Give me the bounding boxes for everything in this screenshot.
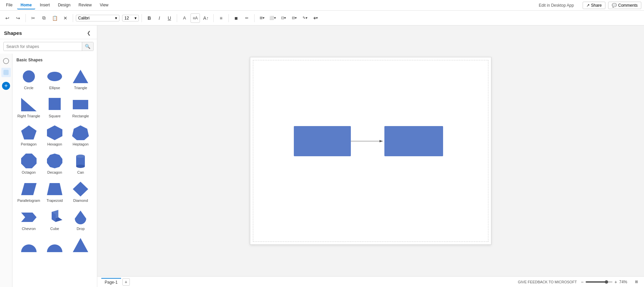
svg-marker-10: [72, 125, 89, 140]
svg-rect-6: [49, 98, 61, 110]
fill-color-button[interactable]: ◼: [231, 13, 241, 23]
bottom-bar: Page-1 + GIVE FEEDBACK TO MICROSOFT − + …: [97, 276, 644, 287]
undo-button[interactable]: ↩: [3, 13, 12, 23]
edit-desktop-link[interactable]: Edit in Desktop App: [535, 2, 577, 9]
font-format-button[interactable]: ≡A: [191, 13, 200, 23]
diagram-rect-2[interactable]: [384, 126, 443, 156]
search-input[interactable]: [4, 43, 82, 51]
shape-half-3[interactable]: [68, 235, 94, 257]
svg-marker-11: [21, 154, 37, 168]
effects-button[interactable]: ◈▾: [311, 13, 320, 23]
svg-point-0: [3, 58, 9, 64]
canvas-container[interactable]: [97, 25, 644, 276]
shape-heptagon[interactable]: Heptagon: [68, 122, 94, 149]
shape-cube[interactable]: Cube: [42, 207, 67, 233]
shape-trapezoid-label: Trapezoid: [47, 198, 63, 203]
shape-drop-label: Drop: [76, 227, 85, 231]
italic-button[interactable]: I: [155, 13, 164, 23]
copy-button[interactable]: ⧉: [39, 13, 49, 23]
shape-diamond[interactable]: Diamond: [68, 178, 94, 205]
shape-decagon-label: Decagon: [47, 170, 62, 174]
connector-arrow: [351, 126, 384, 156]
shape-chevron[interactable]: Chevron: [16, 207, 42, 233]
bold-button[interactable]: B: [145, 13, 154, 23]
menu-view[interactable]: View: [96, 1, 112, 9]
align-button[interactable]: ≡: [216, 13, 226, 23]
menu-file[interactable]: File: [3, 1, 16, 9]
page-tab-1[interactable]: Page-1: [101, 278, 121, 286]
search-button[interactable]: 🔍: [82, 42, 93, 51]
add-page-button[interactable]: +: [122, 278, 130, 286]
shape-ellipse-label: Ellipse: [49, 86, 60, 90]
zoom-slider[interactable]: [586, 281, 612, 283]
menu-design[interactable]: Design: [55, 1, 74, 9]
redo-button[interactable]: ↪: [13, 13, 23, 23]
shape-half-1[interactable]: [16, 235, 42, 257]
line-color-button[interactable]: ✏: [242, 13, 252, 23]
shape-pentagon[interactable]: Pentagon: [16, 122, 42, 149]
text-format-group: B I U: [145, 13, 174, 23]
svg-rect-7: [73, 100, 88, 109]
shape-octagon[interactable]: Octagon: [16, 150, 42, 177]
size-button[interactable]: ⊟▾: [289, 13, 299, 23]
title-bar: File Home Insert Design Review View Edit…: [0, 0, 644, 11]
shape-search-bar[interactable]: 🔍: [3, 42, 94, 51]
feedback-text[interactable]: GIVE FEEDBACK TO MICROSOFT: [518, 280, 577, 284]
collapse-sidebar-button[interactable]: ❮: [85, 29, 93, 37]
shapes-panel: Basic Shapes Circle Ellipse: [12, 54, 97, 287]
main-layout: Shapes ❮ 🔍 + Basic Shapes: [0, 25, 644, 287]
shape-drop[interactable]: Drop: [68, 207, 94, 233]
cut-button[interactable]: ✂: [29, 13, 38, 23]
zoom-in-button[interactable]: +: [614, 279, 617, 285]
share-icon: ↗: [586, 3, 590, 8]
edit-shape-button[interactable]: ✎▾: [300, 13, 310, 23]
canvas-page[interactable]: [250, 57, 491, 245]
svg-marker-9: [47, 125, 62, 140]
group-button[interactable]: ⬜▾: [268, 13, 277, 23]
shapes-icon[interactable]: [1, 56, 11, 66]
arrange-button[interactable]: ⊞▾: [257, 13, 267, 23]
shape-half-2[interactable]: [42, 235, 67, 257]
shape-triangle[interactable]: Triangle: [68, 66, 94, 93]
shape-right-triangle[interactable]: Right Triangle: [16, 94, 42, 121]
comments-button[interactable]: 💬 Comments: [608, 2, 641, 9]
header-actions: ↗ Share 💬 Comments: [583, 2, 641, 9]
shape-can[interactable]: Can: [68, 150, 94, 177]
shape-square[interactable]: Square: [42, 94, 67, 121]
shape-hexagon[interactable]: Hexagon: [42, 122, 67, 149]
menu-review[interactable]: Review: [75, 1, 95, 9]
text-color-button[interactable]: A: [180, 13, 189, 23]
shape-rectangle[interactable]: Rectangle: [68, 94, 94, 121]
shape-circle[interactable]: Circle: [16, 66, 42, 93]
svg-marker-19: [21, 213, 37, 222]
shape-parallelogram-label: Parallelogram: [17, 198, 40, 203]
shape-octagon-label: Octagon: [22, 170, 36, 174]
fit-page-button[interactable]: ⊞: [633, 278, 640, 286]
add-stencil-icon[interactable]: +: [2, 82, 10, 90]
paste-button[interactable]: 📋: [50, 13, 59, 23]
underline-button[interactable]: U: [165, 13, 174, 23]
font-size-selector[interactable]: 12 ▾: [122, 15, 139, 21]
shape-ellipse[interactable]: Ellipse: [42, 66, 67, 93]
shape-trapezoid[interactable]: Trapezoid: [42, 178, 67, 205]
diagram-rect-1[interactable]: [294, 126, 351, 156]
position-button[interactable]: ⊡▾: [279, 13, 288, 23]
sidebar-title: Shapes: [4, 30, 22, 36]
menu-insert[interactable]: Insert: [37, 1, 53, 9]
svg-rect-1: [4, 70, 8, 75]
font-name-selector[interactable]: Calibri ▾: [76, 15, 119, 21]
svg-marker-23: [73, 238, 88, 252]
clear-button[interactable]: ✕: [61, 13, 70, 23]
menu-home[interactable]: Home: [17, 1, 35, 9]
zoom-out-button[interactable]: −: [581, 279, 584, 285]
basic-shapes-icon[interactable]: [1, 68, 11, 77]
zoom-slider-handle[interactable]: [605, 280, 608, 284]
svg-marker-17: [47, 183, 62, 195]
share-button[interactable]: ↗ Share: [583, 2, 605, 9]
grow-font-button[interactable]: A↑: [201, 13, 211, 23]
svg-point-3: [47, 72, 62, 81]
shape-chevron-label: Chevron: [22, 227, 36, 231]
shape-parallelogram[interactable]: Parallelogram: [16, 178, 42, 205]
shape-decagon[interactable]: Decagon: [42, 150, 67, 177]
svg-point-15: [76, 165, 85, 168]
